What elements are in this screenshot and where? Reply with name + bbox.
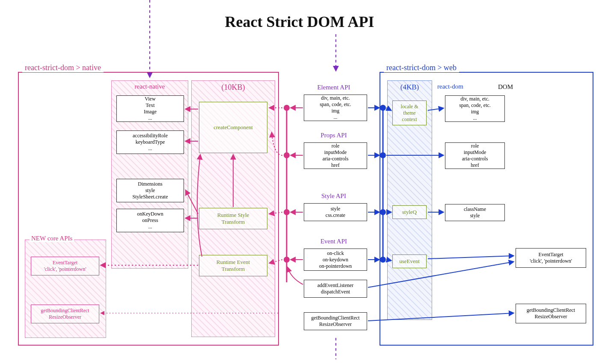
event-api-box: on-click on-keydown on-pointerdown <box>304 249 367 271</box>
native-label: react-strict-dom > native <box>22 63 104 72</box>
props-api-box: role inputMode aria-controls href <box>304 142 367 169</box>
element-api-label: Element API <box>304 84 364 91</box>
runtime-event-transform-box: Runtime Event Transform <box>199 255 267 276</box>
rn-a11y-box: accessibilityRole keyboardType ... <box>116 130 184 154</box>
addeventlistener-box: addEventListener dispatchEvent <box>304 280 367 298</box>
dom-props-box: role inputMode aria-controls href <box>445 142 505 169</box>
react-dom-label: react-dom <box>437 83 463 90</box>
rn-events-box: onKeyDown onPress ... <box>116 209 184 232</box>
element-api-box: div, main, etc. span, code, etc. img ... <box>304 95 367 121</box>
tenkb-label: (10KB) <box>192 83 275 92</box>
fourkb-label: (4KB) <box>388 83 432 92</box>
runtime-style-transform-box: Runtime Style Transform <box>199 208 267 229</box>
svg-point-5 <box>284 152 290 158</box>
svg-point-4 <box>284 105 290 111</box>
props-api-label: Props API <box>304 132 364 139</box>
create-component-box: createComponent <box>199 102 267 153</box>
dom-label: DOM <box>498 83 513 91</box>
new-core-apis-label: NEW core APIs <box>30 235 74 242</box>
svg-point-6 <box>284 209 290 215</box>
style-api-box: style css.create <box>304 203 367 221</box>
gbcr-middle-box: getBoundingClientRect ResizeObserver <box>304 312 367 330</box>
style-api-label: Style API <box>304 192 364 200</box>
svg-point-7 <box>284 257 290 263</box>
dom-gbcr-box: getBoundingClientRect ResizeObserver <box>516 304 586 323</box>
page-title: React Strict DOM API <box>225 13 374 31</box>
dom-classname-box: className style <box>445 204 505 221</box>
dom-elements-box: div, main, etc. span, code, etc. img ... <box>445 95 505 122</box>
rn-primitives-box: View Text Image ... <box>116 95 184 122</box>
event-api-label: Event API <box>304 238 364 245</box>
new-core-eventtarget: EventTarget 'click', 'pointerdown' <box>31 257 99 275</box>
react-native-label: react-native <box>112 83 188 90</box>
new-core-gbcr: getBoundingClientRect ResizeObserver <box>31 305 99 323</box>
locale-theme-box: locale & theme context <box>392 101 427 125</box>
dom-eventtarget-box: EventTarget 'click', 'pointerdown' <box>516 248 586 268</box>
web-label: react-strict-dom > web <box>384 63 459 72</box>
styleq-box: styleQ <box>392 205 427 219</box>
useevent-box: useEvent <box>392 255 427 268</box>
rn-dimensions-box: Dimensions style StyleSheet.create <box>116 179 184 202</box>
